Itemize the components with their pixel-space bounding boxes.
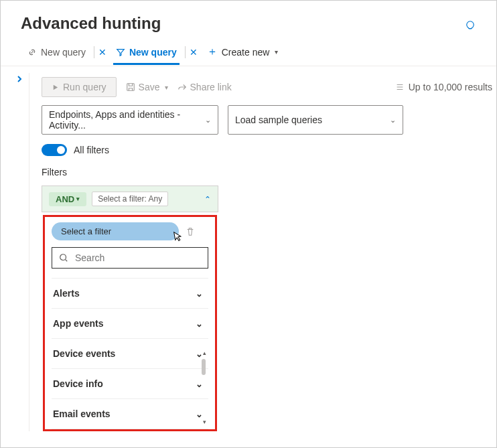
source-label: Endpoints, Apps and identities - Activit… [49,109,205,131]
search-icon [59,253,68,263]
tab-label: New query [129,47,177,58]
help-icon[interactable] [464,17,476,29]
scrollbar-thumb[interactable] [202,359,206,375]
filter-category-device-info[interactable]: Device info ⌄ [52,369,208,399]
tab-label: New query [41,47,86,58]
filter-condition-block: AND ▾ Select a filter: Any ⌄ [42,185,218,212]
category-label: App events [53,318,103,329]
query-tabs: New query ✕ New query ✕ ＋ Create new ▾ [1,38,496,66]
save-label: Save [139,82,160,92]
collapse-block-icon[interactable]: ⌄ [204,194,211,204]
filter-icon [116,48,125,57]
filter-category-list[interactable]: Alerts ⌄ App events ⌄ Device events ⌄ De… [52,278,208,429]
delete-filter-icon[interactable] [186,227,195,236]
data-source-dropdown[interactable]: Endpoints, Apps and identities - Activit… [42,105,218,135]
link-icon [27,48,37,57]
cursor-icon [169,230,184,245]
list-icon [395,82,405,92]
run-label: Run query [63,82,106,92]
share-label: Share link [190,82,232,92]
all-filters-toggle[interactable] [42,144,67,156]
chevron-down-icon: ▾ [275,48,278,56]
category-label: Email events [53,408,111,419]
filter-category-email-events[interactable]: Email events ⌄ [52,399,208,429]
sample-queries-dropdown[interactable]: Load sample queries ⌄ [228,105,403,135]
chevron-down-icon: ⌄ [196,319,203,329]
save-button[interactable]: Save ▾ [126,82,168,92]
page-title: Advanced hunting [21,14,161,33]
scroll-up-icon[interactable]: ▴ [203,350,206,356]
filter-category-app-events[interactable]: App events ⌄ [52,309,208,339]
chevron-down-icon: ⌄ [196,379,203,389]
tab-separator [185,46,186,58]
and-operator-pill[interactable]: AND ▾ [49,192,86,206]
filters-heading: Filters [42,167,496,177]
chevron-down-icon: ⌄ [196,289,203,299]
category-label: Alerts [53,288,80,299]
share-icon [178,82,187,92]
create-new-label: Create new [222,47,270,58]
chevron-down-icon: ▾ [76,196,80,202]
filter-search-input[interactable] [74,252,201,264]
sample-label: Load sample queries [235,115,322,125]
filter-search-box[interactable] [52,247,208,269]
select-filter-pill[interactable]: Select a filter [52,222,179,240]
tab-new-query-1[interactable]: New query [21,40,92,64]
save-icon [126,82,135,92]
filter-picker-panel: Select a filter Alerts ⌄ [43,215,217,431]
expand-sidebar-icon[interactable] [15,75,23,83]
svg-point-1 [60,254,66,260]
close-tab-2-icon[interactable]: ✕ [187,47,200,58]
run-query-button[interactable]: Run query [42,77,117,97]
share-link-button[interactable]: Share link [178,82,232,92]
filter-tooltip: Select a filter: Any [92,192,168,206]
create-new-tab[interactable]: ＋ Create new ▾ [200,38,285,66]
category-label: Device info [53,378,103,389]
filter-category-alerts[interactable]: Alerts ⌄ [52,279,208,309]
tab-separator [94,46,94,58]
category-label: Device events [53,348,115,359]
play-icon [52,84,59,91]
results-limit-note: Up to 10,000 results [395,82,496,92]
chevron-down-icon: ⌄ [390,116,396,125]
chevron-down-icon: ⌄ [196,349,203,359]
chevron-down-icon: ⌄ [196,409,203,419]
chevron-down-icon: ▾ [165,84,168,91]
scroll-down-icon[interactable]: ▾ [203,419,206,425]
and-label: AND [56,194,74,204]
tab-new-query-2[interactable]: New query [109,40,184,64]
results-text: Up to 10,000 results [409,82,492,92]
filter-category-device-events[interactable]: Device events ⌄ [52,339,208,369]
plus-icon: ＋ [207,45,218,59]
select-filter-label: Select a filter [61,226,111,236]
close-tab-1-icon[interactable]: ✕ [96,47,109,58]
chevron-down-icon: ⌄ [205,116,211,125]
svg-rect-0 [127,84,134,91]
toggle-label: All filters [74,145,109,155]
query-toolbar: Run query Save ▾ Share link Up to 10,00 [42,74,496,105]
